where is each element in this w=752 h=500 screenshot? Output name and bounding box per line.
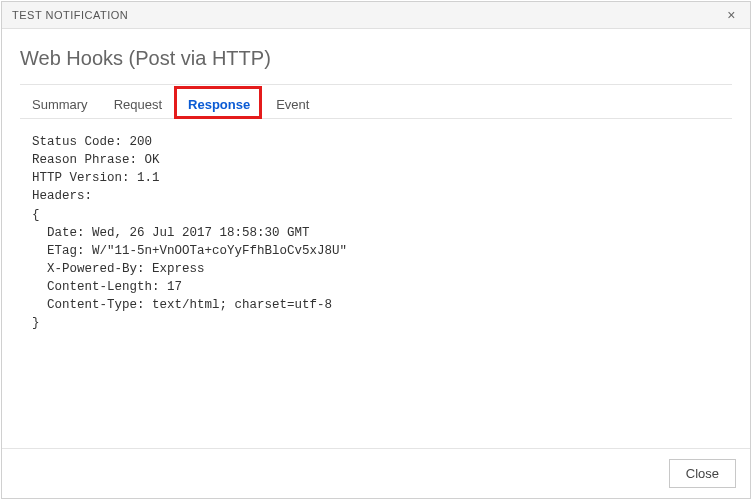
close-icon[interactable]: × [723,7,740,23]
divider [20,84,732,85]
page-title: Web Hooks (Post via HTTP) [20,47,732,70]
tab-event[interactable]: Event [264,89,321,118]
window-title: TEST NOTIFICATION [12,9,128,21]
tab-response[interactable]: Response [176,89,262,118]
response-body: Status Code: 200 Reason Phrase: OK HTTP … [20,127,732,448]
titlebar: TEST NOTIFICATION × [2,2,750,29]
close-button[interactable]: Close [669,459,736,488]
footer: Close [2,448,750,498]
tabs: Summary Request Response Event [20,89,732,119]
response-text: Status Code: 200 Reason Phrase: OK HTTP … [20,127,732,338]
tab-strip: Summary Request Response Event [20,89,732,127]
tab-request[interactable]: Request [102,89,174,118]
tab-summary[interactable]: Summary [20,89,100,118]
content-area: Web Hooks (Post via HTTP) Summary Reques… [2,29,750,448]
dialog: TEST NOTIFICATION × Web Hooks (Post via … [1,1,751,499]
